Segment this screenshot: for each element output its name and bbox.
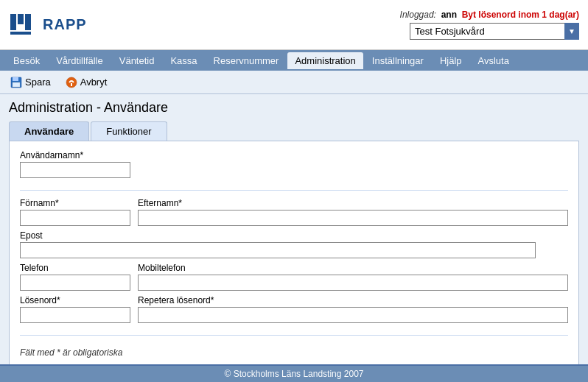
svg-rect-5 bbox=[13, 77, 18, 81]
password-row: Lösenord* Repetera lösenord* bbox=[20, 295, 568, 323]
header: RAPP Inloggad: ann Byt lösenord inom 1 d… bbox=[0, 0, 588, 50]
repeat-password-field-group: Repetera lösenord* bbox=[138, 295, 568, 323]
nav-item-reservnummer[interactable]: Reservnummer bbox=[206, 52, 287, 69]
cancel-button[interactable]: Avbryt bbox=[63, 75, 111, 90]
username-section: Användarnamn* bbox=[20, 150, 568, 191]
repeat-password-input[interactable] bbox=[138, 307, 568, 323]
nav-item-hjalp[interactable]: Hjälp bbox=[433, 52, 469, 69]
firstname-field-group: Förnamn* bbox=[20, 198, 130, 226]
phone-label: Telefon bbox=[20, 263, 130, 273]
tab-anvandare[interactable]: Användare bbox=[9, 121, 89, 141]
nav-item-administration[interactable]: Administration bbox=[287, 52, 363, 69]
lastname-label: Efternamn* bbox=[138, 198, 568, 208]
username-label: Användarnamn* bbox=[20, 150, 130, 160]
mobile-label: Mobiltelefon bbox=[138, 263, 568, 273]
name-section: Förnamn* Efternamn* Epost Telefon bbox=[20, 198, 568, 336]
page-title: Administration - Användare bbox=[9, 100, 579, 116]
email-row: Epost bbox=[20, 230, 568, 258]
logo-text: RAPP bbox=[43, 16, 87, 33]
password-field-group: Lösenord* bbox=[20, 295, 130, 323]
nav-item-installningar[interactable]: Inställningar bbox=[365, 52, 431, 69]
lastname-input[interactable] bbox=[138, 210, 568, 226]
nav-bar: Besök Vårdtillfälle Väntetid Kassa Reser… bbox=[0, 50, 588, 71]
nav-item-vardtillfalle[interactable]: Vårdtillfälle bbox=[49, 52, 111, 69]
cancel-icon bbox=[66, 77, 77, 88]
email-label: Epost bbox=[20, 230, 568, 241]
logo-area: RAPP bbox=[9, 11, 87, 39]
save-button[interactable]: Spara bbox=[7, 75, 54, 90]
svg-rect-0 bbox=[10, 14, 16, 30]
save-label: Spara bbox=[25, 77, 51, 88]
nav-item-besok[interactable]: Besök bbox=[6, 52, 47, 69]
svg-rect-1 bbox=[18, 14, 24, 24]
tab-funktioner[interactable]: Funktioner bbox=[91, 121, 167, 141]
save-icon bbox=[10, 77, 22, 88]
email-field-group: Epost bbox=[20, 230, 568, 258]
svg-rect-2 bbox=[25, 14, 31, 30]
password-label: Lösenord* bbox=[20, 295, 130, 305]
firstname-input[interactable] bbox=[20, 210, 130, 226]
inloggad-bar: Inloggad: ann Byt lösenord inom 1 dag(ar… bbox=[400, 10, 579, 20]
form-panel: Användarnamn* Förnamn* Efternamn* bbox=[9, 141, 579, 367]
repeat-password-label: Repetera lösenord* bbox=[138, 295, 568, 305]
phone-input[interactable] bbox=[20, 275, 130, 291]
footer-text: © Stockholms Läns Landsting 2007 bbox=[225, 369, 364, 379]
inloggad-label: Inloggad: bbox=[400, 10, 436, 20]
username-input[interactable] bbox=[20, 162, 130, 178]
mobile-input[interactable] bbox=[138, 275, 568, 291]
firstname-label: Förnamn* bbox=[20, 198, 130, 208]
lastname-field-group: Efternamn* bbox=[138, 198, 568, 226]
username-row: Användarnamn* bbox=[20, 150, 568, 178]
phone-field-group: Telefon bbox=[20, 263, 130, 291]
username-field-group: Användarnamn* bbox=[20, 150, 130, 178]
svg-rect-6 bbox=[13, 82, 20, 87]
tab-bar: Användare Funktioner bbox=[9, 121, 579, 141]
main-content: Administration - Användare Användare Fun… bbox=[0, 94, 588, 367]
email-input[interactable] bbox=[20, 242, 536, 258]
password-input[interactable] bbox=[20, 307, 130, 323]
clinic-dropdown[interactable]: Test Fotsjukvård bbox=[410, 23, 579, 40]
header-right: Inloggad: ann Byt lösenord inom 1 dag(ar… bbox=[400, 10, 579, 40]
phone-row: Telefon Mobiltelefon bbox=[20, 263, 568, 291]
svg-rect-3 bbox=[10, 32, 31, 35]
cancel-label: Avbryt bbox=[80, 77, 108, 88]
nav-item-vantetid[interactable]: Väntetid bbox=[112, 52, 162, 69]
name-row: Förnamn* Efternamn* bbox=[20, 198, 568, 226]
logo-icon bbox=[9, 11, 38, 39]
mobile-field-group: Mobiltelefon bbox=[138, 263, 568, 291]
required-fields-note: Fält med * är obligatoriska bbox=[20, 343, 568, 359]
nav-item-kassa[interactable]: Kassa bbox=[163, 52, 204, 69]
page-footer: © Stockholms Läns Landsting 2007 bbox=[0, 364, 588, 382]
nav-item-avsluta[interactable]: Avsluta bbox=[471, 52, 517, 69]
username-display: ann bbox=[441, 10, 457, 20]
clinic-dropdown-wrapper[interactable]: Test Fotsjukvård ▼ bbox=[410, 23, 579, 40]
change-password-notice: Byt lösenord inom 1 dag(ar) bbox=[462, 10, 579, 20]
toolbar: Spara Avbryt bbox=[0, 71, 588, 94]
